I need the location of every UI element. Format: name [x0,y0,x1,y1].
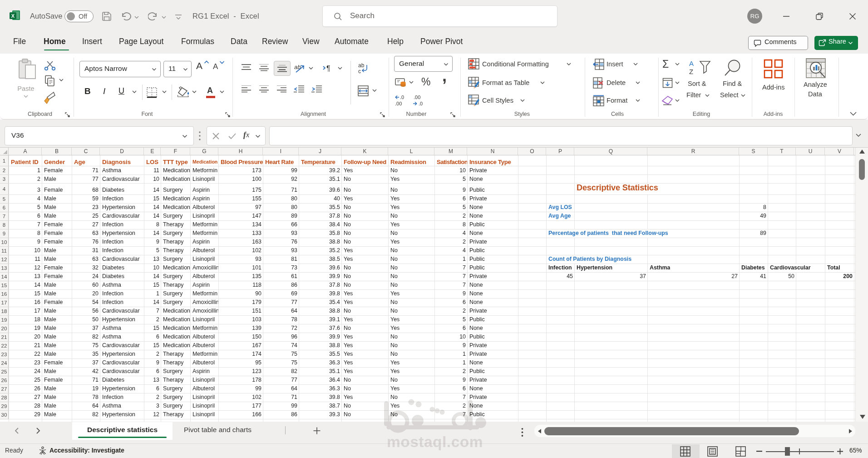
svg-text:.0: .0 [400,95,404,100]
svg-text:X: X [11,13,15,19]
svg-text:Z: Z [689,68,693,75]
svg-text:c: c [358,68,361,74]
svg-text:.0: .0 [419,101,423,106]
svg-text:.00: .00 [395,101,402,106]
svg-text:¶: ¶ [326,65,330,72]
svg-text:.00: .00 [414,95,420,100]
svg-text:A: A [689,60,694,67]
svg-text:ab: ab [358,62,365,69]
